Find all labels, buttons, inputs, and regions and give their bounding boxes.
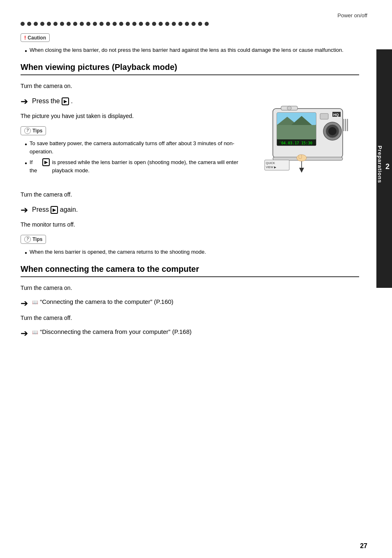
sidebar-tab: 2 Preparations Before operating your cam… — [376, 49, 392, 288]
step2-label: Press — [32, 206, 49, 213]
page-header: Power on/off — [0, 8, 392, 19]
svg-point-13 — [328, 127, 337, 135]
section2-ref2: 📖 “Disconnecting the camera from your co… — [32, 328, 191, 335]
section2-step2: ➔ 📖 “Disconnecting the camera from your … — [21, 328, 359, 339]
tips-icon-2: ? — [24, 236, 31, 243]
main-content: ! Caution When closing the lens barrier,… — [0, 33, 392, 339]
arrow-icon-2: ➔ — [21, 205, 28, 215]
ref-book-icon-2: 📖 — [32, 329, 38, 335]
step2-instruction: ➔ Press ▶ again. — [21, 205, 359, 215]
tips-item-2: If the ▶ is pressed while the lens barri… — [25, 158, 244, 175]
step1-instruction: ➔ Press the ▶ . — [21, 96, 244, 107]
tips-list-2: When the lens barrier is opened, the cam… — [21, 248, 359, 256]
arrow-icon-1: ➔ — [21, 96, 28, 107]
header-title: Power on/off — [337, 12, 367, 19]
tips-icon-1: ? — [24, 127, 31, 134]
caution-exclaim-icon: ! — [24, 35, 26, 41]
tips-item-1: To save battery power, the camera automa… — [25, 139, 244, 156]
step1-label: Press the — [32, 97, 60, 104]
dot-row — [0, 22, 392, 26]
section2-step1: ➔ 📖 “Connecting the camera to the comput… — [21, 298, 359, 309]
section1-turn-on: Turn the camera on. — [21, 82, 359, 90]
caution-list: When closing the lens barrier, do not pr… — [21, 46, 359, 54]
page-number: 27 — [360, 542, 367, 550]
section2-turn-on: Turn the camera on. — [21, 284, 359, 292]
step2-text: Press ▶ again. — [32, 205, 78, 215]
svg-rect-10 — [320, 113, 328, 119]
arrow-icon-3: ➔ — [21, 298, 28, 309]
section1-right-col: '04.03.17 15:30 HQ — [252, 96, 359, 184]
svg-text:QUICK: QUICK — [266, 162, 275, 165]
section1-monitor-text: The monitor turns off. — [21, 220, 359, 229]
svg-rect-15 — [345, 119, 346, 131]
section1-picture-text: The picture you have just taken is displ… — [21, 112, 244, 120]
svg-rect-25 — [299, 155, 302, 159]
section1-turn-off: Turn the camera off. — [21, 190, 359, 199]
caution-item: When closing the lens barrier, do not pr… — [25, 46, 359, 54]
tips-list-1: To save battery power, the camera automa… — [21, 139, 244, 175]
play-button-icon-2: ▶ — [42, 158, 50, 166]
section1-left-col: ➔ Press the ▶ . The picture you have jus… — [21, 96, 244, 184]
tips2-item-1: When the lens barrier is opened, the cam… — [25, 248, 359, 256]
ref-book-icon-1: 📖 — [32, 299, 38, 305]
section2-ref2-text: “Disconnecting the camera from your comp… — [40, 328, 191, 335]
camera-svg: '04.03.17 15:30 HQ — [252, 96, 355, 183]
svg-rect-14 — [343, 119, 344, 131]
play-button-icon-3: ▶ — [51, 206, 58, 214]
tips-label-2: Tips — [32, 236, 42, 242]
tips-box-2: ? Tips — [21, 235, 46, 244]
svg-text:'04.03.17  15:30: '04.03.17 15:30 — [279, 141, 312, 145]
section1-heading: When viewing pictures (Playback mode) — [21, 63, 359, 75]
svg-point-18 — [287, 106, 291, 110]
step1-suffix: . — [71, 97, 73, 104]
step1-text: Press the ▶ . — [32, 96, 73, 106]
svg-rect-16 — [347, 119, 348, 131]
sidebar-label-main: Preparations — [377, 146, 383, 183]
section2: When connecting the camera to the comput… — [21, 264, 359, 339]
step2-suffix: again. — [60, 206, 78, 213]
camera-diagram: '04.03.17 15:30 HQ — [252, 96, 355, 184]
caution-label: Caution — [28, 35, 46, 41]
svg-text:VIEW ▶: VIEW ▶ — [266, 166, 277, 169]
tips-item-2-text: is pressed while the lens barrier is ope… — [52, 158, 244, 175]
sidebar-label-sub: Before operating your camera — [370, 139, 374, 199]
section2-turn-off: Turn the camera off. — [21, 314, 359, 322]
caution-box: ! Caution — [21, 33, 50, 42]
page-wrapper: 2 Preparations Before operating your cam… — [0, 0, 392, 558]
arrow-icon-4: ➔ — [21, 328, 28, 339]
section1-two-col: ➔ Press the ▶ . The picture you have jus… — [21, 96, 359, 184]
tips-label-1: Tips — [32, 128, 42, 134]
tips-box-1: ? Tips — [21, 126, 46, 135]
section2-heading: When connecting the camera to the comput… — [21, 264, 359, 277]
section2-ref1-text: “Connecting the camera to the computer” … — [40, 298, 173, 305]
play-button-icon-1: ▶ — [62, 97, 69, 105]
section2-ref1: 📖 “Connecting the camera to the computer… — [32, 298, 173, 305]
svg-text:HQ: HQ — [333, 113, 339, 117]
sidebar-number: 2 — [385, 162, 390, 171]
